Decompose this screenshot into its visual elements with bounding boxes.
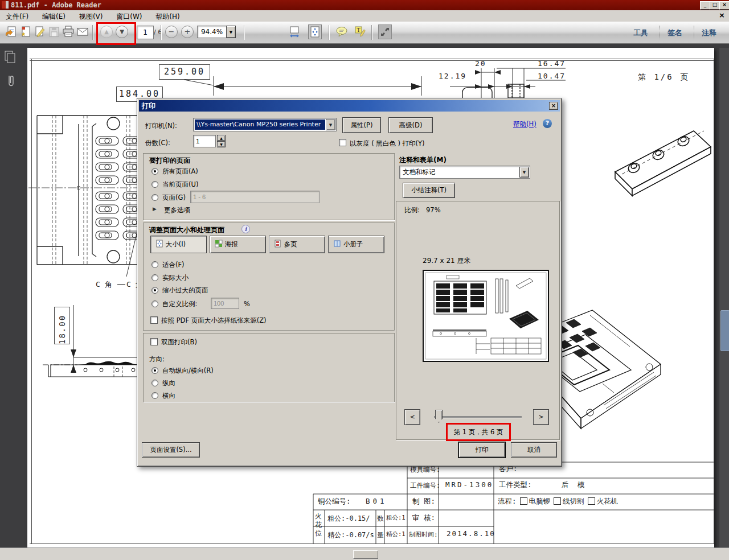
create-pdf-icon[interactable] [19,24,32,39]
current-page-label[interactable]: 当前页面(U) [162,180,198,189]
paper-source-label[interactable]: 按照 PDF 页面大小选择纸张来源(Z) [161,316,267,325]
zoom-out-icon[interactable]: − [165,26,178,38]
tb-mold-no: 模具编号: [410,466,440,474]
preview-prev-button[interactable]: < [404,409,420,425]
menu-bar: 文件(F) 编辑(E) 视图(V) 窗口(W) 帮助(H) × [0,10,729,22]
comments-select[interactable]: 文档和标记 ▼ [399,166,530,179]
portrait-radio[interactable] [151,380,158,386]
comment-bubble-icon[interactable] [335,24,349,39]
properties-button[interactable]: 属性(P) [342,117,381,133]
custom-scale-input[interactable] [211,298,239,309]
restore-button[interactable]: □ [710,1,720,10]
duplex-label[interactable]: 双面打印(B) [161,338,197,347]
poster-button[interactable]: 海报 [210,236,266,253]
page-setup-button[interactable]: 页面设置(S)... [142,442,200,458]
booklet-button[interactable]: 小册子 [328,236,384,253]
auto-orientation-label[interactable]: 自动纵向/横向(R) [162,367,214,375]
preview-slider-thumb[interactable] [435,410,443,423]
comments-header: 注释和表单(M) [399,155,447,165]
shrink-label[interactable]: 缩小过大的页面 [162,286,208,295]
tb-copper-no: 铜公编号: [318,497,351,507]
open-file-icon[interactable] [5,24,18,39]
pages-group-header: 要打印的页面 [149,156,190,166]
size-group: 调整页面大小和处理页面 i 大小(I) 海报 多页 小册子 适合(F) 实际大小… [143,223,395,331]
copies-spin-down-icon[interactable]: ▼ [217,141,226,147]
print-button[interactable]: 打印 [458,442,505,458]
vertical-scrollbar-thumb[interactable] [720,310,729,351]
actual-size-label[interactable]: 实际大小 [162,274,189,282]
print-icon[interactable] [62,24,75,39]
close-button[interactable]: × [719,1,729,10]
fit-page-icon[interactable] [308,24,322,39]
landscape-radio[interactable] [151,392,158,399]
all-pages-label[interactable]: 所有页面(A) [162,167,198,176]
save-icon-disabled[interactable] [47,24,61,39]
zoom-dropdown-icon[interactable]: ▼ [226,26,236,38]
sign-pencil-icon[interactable] [33,24,47,39]
custom-scale-label[interactable]: 自定义比例: [162,300,197,308]
page-range-input[interactable] [190,191,320,203]
size-button-label: 大小(I) [166,240,186,248]
help-question-icon[interactable]: ? [543,119,552,128]
cancel-button[interactable]: 取消 [511,442,557,458]
zoom-level-value[interactable]: 94.4% [197,26,227,38]
all-pages-radio[interactable] [151,168,158,175]
copies-input[interactable] [193,135,216,147]
help-link[interactable]: 帮助(H) [513,120,536,129]
copies-spin-up-icon[interactable]: ▲ [217,135,226,141]
fullscreen-icon[interactable] [378,24,392,39]
landscape-label[interactable]: 横向 [162,392,175,400]
dialog-close-icon[interactable]: × [549,102,558,110]
duplex-group: 双面打印(B) 方向: 自动纵向/横向(R) 纵向 横向 [143,333,395,402]
toolbar-dotted-separator [660,26,660,39]
horizontal-scrollbar-thumb[interactable] [353,550,378,559]
tools-link[interactable]: 工具 [633,28,648,38]
printer-dropdown-icon[interactable]: ▼ [326,119,335,130]
auto-orientation-radio[interactable] [151,367,158,374]
fit-radio[interactable] [151,261,158,268]
minimize-button[interactable]: _ [700,1,710,10]
duplex-checkbox[interactable] [150,338,158,345]
multiple-button[interactable]: 多页 [269,236,325,253]
email-icon[interactable] [76,24,89,39]
comment-link[interactable]: 注释 [702,28,716,38]
tb-part-no: 工件编号: [410,481,440,490]
shrink-radio[interactable] [151,287,158,294]
zoom-in-icon[interactable]: + [181,26,194,38]
document-close-icon[interactable]: × [719,11,725,19]
booklet-button-label: 小册子 [343,240,363,248]
preview-scale-value: 97% [426,206,441,214]
custom-scale-radio[interactable] [151,300,158,307]
page-range-label[interactable]: 页面(G) [162,193,186,202]
page-thumbnails-icon[interactable] [4,50,17,66]
attachments-paperclip-icon[interactable] [6,74,16,91]
preview-slider-track[interactable] [434,416,522,418]
advanced-button[interactable]: 高级(D) [388,117,433,133]
toolbar-separator [371,25,372,40]
portrait-label[interactable]: 纵向 [162,379,175,388]
info-icon[interactable]: i [241,225,250,233]
paper-source-checkbox[interactable] [150,316,158,324]
page-number-input[interactable] [137,26,154,39]
preview-next-button[interactable]: > [533,409,549,425]
current-page-radio[interactable] [151,181,158,188]
size-button[interactable]: 大小(I) [150,236,207,253]
summarize-comments-button[interactable]: 小结注释(T) [403,183,455,198]
more-options-label[interactable]: 更多选项 [164,206,190,215]
horizontal-scrollbar[interactable] [0,547,729,560]
actual-size-radio[interactable] [151,274,158,281]
highlight-text-icon[interactable]: T [353,24,367,39]
tb-spark: 火花位 [315,512,323,538]
page-range-radio[interactable] [151,194,158,201]
poster-button-label: 海报 [225,240,238,248]
comments-dropdown-icon[interactable]: ▼ [519,167,529,178]
fit-label[interactable]: 适合(F) [162,261,185,269]
process-checkbox [554,497,561,505]
grayscale-checkbox[interactable] [339,139,346,146]
fit-width-icon[interactable] [288,24,301,39]
vertical-scrollbar[interactable] [719,48,729,547]
sign-link[interactable]: 签名 [667,28,682,38]
more-options-arrow-icon[interactable]: ▶ [153,206,157,212]
print-dialog-titlebar[interactable]: 打印 [139,100,560,112]
printer-select[interactable]: \\Ys-master\Canon MP250 series Printer ▼ [193,118,337,131]
